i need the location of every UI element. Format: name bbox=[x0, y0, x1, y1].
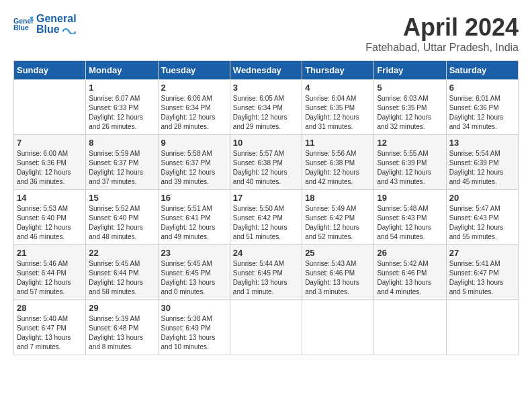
page-header: General Blue General Blue April 2024 Fat… bbox=[13, 13, 519, 54]
calendar-week-row: 1Sunrise: 6:07 AM Sunset: 6:33 PM Daylig… bbox=[14, 80, 519, 135]
day-number: 27 bbox=[449, 248, 515, 258]
day-number: 9 bbox=[161, 138, 227, 148]
calendar-cell: 12Sunrise: 5:55 AM Sunset: 6:39 PM Dayli… bbox=[374, 135, 446, 190]
calendar-cell: 3Sunrise: 6:05 AM Sunset: 6:34 PM Daylig… bbox=[230, 80, 302, 135]
day-number: 21 bbox=[17, 248, 83, 258]
day-info: Sunrise: 5:42 AM Sunset: 6:46 PM Dayligh… bbox=[377, 259, 443, 297]
day-info: Sunrise: 5:55 AM Sunset: 6:39 PM Dayligh… bbox=[377, 149, 443, 187]
day-info: Sunrise: 5:43 AM Sunset: 6:46 PM Dayligh… bbox=[305, 259, 371, 297]
day-info: Sunrise: 6:04 AM Sunset: 6:35 PM Dayligh… bbox=[305, 94, 371, 132]
weekday-header-saturday: Saturday bbox=[446, 61, 518, 80]
calendar-cell: 16Sunrise: 5:51 AM Sunset: 6:41 PM Dayli… bbox=[158, 190, 230, 245]
calendar-cell: 4Sunrise: 6:04 AM Sunset: 6:35 PM Daylig… bbox=[302, 80, 374, 135]
calendar-cell: 7Sunrise: 6:00 AM Sunset: 6:36 PM Daylig… bbox=[14, 135, 86, 190]
calendar-cell: 2Sunrise: 6:06 AM Sunset: 6:34 PM Daylig… bbox=[158, 80, 230, 135]
calendar-week-row: 7Sunrise: 6:00 AM Sunset: 6:36 PM Daylig… bbox=[14, 135, 519, 190]
logo-icon: General Blue bbox=[13, 14, 34, 34]
day-info: Sunrise: 6:01 AM Sunset: 6:36 PM Dayligh… bbox=[449, 94, 515, 132]
calendar-cell: 21Sunrise: 5:46 AM Sunset: 6:44 PM Dayli… bbox=[14, 245, 86, 300]
day-number: 6 bbox=[449, 83, 515, 93]
weekday-header-friday: Friday bbox=[374, 61, 446, 80]
calendar-cell: 28Sunrise: 5:40 AM Sunset: 6:47 PM Dayli… bbox=[14, 300, 86, 355]
day-number: 13 bbox=[449, 138, 515, 148]
logo-wave-icon bbox=[62, 26, 76, 34]
logo: General Blue General Blue bbox=[13, 13, 77, 35]
calendar-cell: 18Sunrise: 5:49 AM Sunset: 6:42 PM Dayli… bbox=[302, 190, 374, 245]
day-number: 4 bbox=[305, 83, 371, 93]
day-number: 7 bbox=[17, 138, 83, 148]
title-block: April 2024 Fatehabad, Uttar Pradesh, Ind… bbox=[365, 13, 519, 54]
calendar-week-row: 21Sunrise: 5:46 AM Sunset: 6:44 PM Dayli… bbox=[14, 245, 519, 300]
day-info: Sunrise: 6:06 AM Sunset: 6:34 PM Dayligh… bbox=[161, 94, 227, 132]
calendar-cell: 9Sunrise: 5:58 AM Sunset: 6:37 PM Daylig… bbox=[158, 135, 230, 190]
day-info: Sunrise: 6:03 AM Sunset: 6:35 PM Dayligh… bbox=[377, 94, 443, 132]
day-number: 24 bbox=[233, 248, 299, 258]
day-number: 16 bbox=[161, 193, 227, 203]
calendar-cell: 27Sunrise: 5:41 AM Sunset: 6:47 PM Dayli… bbox=[446, 245, 518, 300]
weekday-header-sunday: Sunday bbox=[14, 61, 86, 80]
calendar-cell bbox=[302, 300, 374, 355]
day-number: 1 bbox=[89, 83, 154, 93]
day-info: Sunrise: 5:49 AM Sunset: 6:42 PM Dayligh… bbox=[305, 204, 371, 242]
calendar-week-row: 14Sunrise: 5:53 AM Sunset: 6:40 PM Dayli… bbox=[14, 190, 519, 245]
calendar-cell: 15Sunrise: 5:52 AM Sunset: 6:40 PM Dayli… bbox=[86, 190, 158, 245]
day-info: Sunrise: 5:52 AM Sunset: 6:40 PM Dayligh… bbox=[89, 204, 154, 242]
day-info: Sunrise: 5:44 AM Sunset: 6:45 PM Dayligh… bbox=[233, 259, 299, 297]
day-number: 25 bbox=[305, 248, 371, 258]
day-number: 26 bbox=[377, 248, 443, 258]
calendar-cell: 24Sunrise: 5:44 AM Sunset: 6:45 PM Dayli… bbox=[230, 245, 302, 300]
calendar-cell: 11Sunrise: 5:56 AM Sunset: 6:38 PM Dayli… bbox=[302, 135, 374, 190]
calendar-cell: 13Sunrise: 5:54 AM Sunset: 6:39 PM Dayli… bbox=[446, 135, 518, 190]
calendar-table: SundayMondayTuesdayWednesdayThursdayFrid… bbox=[13, 60, 519, 355]
calendar-cell: 20Sunrise: 5:47 AM Sunset: 6:43 PM Dayli… bbox=[446, 190, 518, 245]
day-number: 5 bbox=[377, 83, 443, 93]
logo-text-blue: Blue bbox=[36, 24, 76, 35]
weekday-header-tuesday: Tuesday bbox=[158, 61, 230, 80]
day-number: 2 bbox=[161, 83, 227, 93]
day-info: Sunrise: 5:38 AM Sunset: 6:49 PM Dayligh… bbox=[161, 314, 227, 352]
day-number: 11 bbox=[305, 138, 371, 148]
day-number: 14 bbox=[17, 193, 83, 203]
day-info: Sunrise: 5:51 AM Sunset: 6:41 PM Dayligh… bbox=[161, 204, 227, 242]
day-number: 20 bbox=[449, 193, 515, 203]
day-info: Sunrise: 6:05 AM Sunset: 6:34 PM Dayligh… bbox=[233, 94, 299, 132]
day-number: 19 bbox=[377, 193, 443, 203]
day-info: Sunrise: 5:47 AM Sunset: 6:43 PM Dayligh… bbox=[449, 204, 515, 242]
day-number: 28 bbox=[17, 303, 83, 313]
weekday-header-monday: Monday bbox=[86, 61, 158, 80]
day-info: Sunrise: 5:45 AM Sunset: 6:44 PM Dayligh… bbox=[89, 259, 154, 297]
day-number: 22 bbox=[89, 248, 154, 258]
weekday-header-thursday: Thursday bbox=[302, 61, 374, 80]
calendar-cell: 30Sunrise: 5:38 AM Sunset: 6:49 PM Dayli… bbox=[158, 300, 230, 355]
calendar-cell: 6Sunrise: 6:01 AM Sunset: 6:36 PM Daylig… bbox=[446, 80, 518, 135]
calendar-cell: 17Sunrise: 5:50 AM Sunset: 6:42 PM Dayli… bbox=[230, 190, 302, 245]
calendar-cell: 23Sunrise: 5:45 AM Sunset: 6:45 PM Dayli… bbox=[158, 245, 230, 300]
day-number: 8 bbox=[89, 138, 154, 148]
month-title: April 2024 bbox=[365, 13, 519, 42]
calendar-cell: 25Sunrise: 5:43 AM Sunset: 6:46 PM Dayli… bbox=[302, 245, 374, 300]
day-info: Sunrise: 5:46 AM Sunset: 6:44 PM Dayligh… bbox=[17, 259, 83, 297]
calendar-cell bbox=[446, 300, 518, 355]
calendar-week-row: 28Sunrise: 5:40 AM Sunset: 6:47 PM Dayli… bbox=[14, 300, 519, 355]
calendar-header-row: SundayMondayTuesdayWednesdayThursdayFrid… bbox=[14, 61, 519, 80]
calendar-cell: 1Sunrise: 6:07 AM Sunset: 6:33 PM Daylig… bbox=[86, 80, 158, 135]
day-info: Sunrise: 5:59 AM Sunset: 6:37 PM Dayligh… bbox=[89, 149, 154, 187]
day-number: 23 bbox=[161, 248, 227, 258]
calendar-cell: 5Sunrise: 6:03 AM Sunset: 6:35 PM Daylig… bbox=[374, 80, 446, 135]
day-info: Sunrise: 5:39 AM Sunset: 6:48 PM Dayligh… bbox=[89, 314, 154, 352]
day-info: Sunrise: 5:41 AM Sunset: 6:47 PM Dayligh… bbox=[449, 259, 515, 297]
calendar-cell: 29Sunrise: 5:39 AM Sunset: 6:48 PM Dayli… bbox=[86, 300, 158, 355]
calendar-cell: 14Sunrise: 5:53 AM Sunset: 6:40 PM Dayli… bbox=[14, 190, 86, 245]
day-number: 18 bbox=[305, 193, 371, 203]
day-info: Sunrise: 5:45 AM Sunset: 6:45 PM Dayligh… bbox=[161, 259, 227, 297]
calendar-cell: 26Sunrise: 5:42 AM Sunset: 6:46 PM Dayli… bbox=[374, 245, 446, 300]
day-number: 10 bbox=[233, 138, 299, 148]
day-number: 30 bbox=[161, 303, 227, 313]
calendar-cell: 10Sunrise: 5:57 AM Sunset: 6:38 PM Dayli… bbox=[230, 135, 302, 190]
calendar-cell: 8Sunrise: 5:59 AM Sunset: 6:37 PM Daylig… bbox=[86, 135, 158, 190]
svg-text:Blue: Blue bbox=[13, 24, 29, 32]
day-info: Sunrise: 6:00 AM Sunset: 6:36 PM Dayligh… bbox=[17, 149, 83, 187]
day-number: 3 bbox=[233, 83, 299, 93]
day-info: Sunrise: 5:58 AM Sunset: 6:37 PM Dayligh… bbox=[161, 149, 227, 187]
calendar-cell bbox=[14, 80, 86, 135]
